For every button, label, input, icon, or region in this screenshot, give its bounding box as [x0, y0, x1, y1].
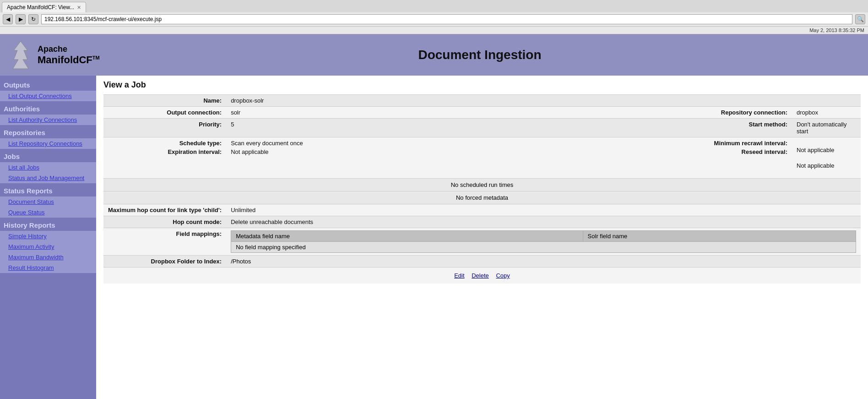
job-details-table: Name: dropbox-solr Output connection: so… [103, 94, 861, 267]
name-label: Name: [103, 95, 226, 107]
app-header: Apache ManifoldCFTM Document Ingestion [0, 34, 868, 76]
table-row-hop-count: Maximum hop count for link type 'child':… [103, 204, 861, 216]
field-mappings-col1-header: Metadata field name [231, 231, 583, 242]
dropbox-folder-label: Dropbox Folder to Index: [103, 256, 226, 268]
field-mappings-col2-header: Solr field name [583, 231, 856, 242]
browser-tab[interactable]: Apache ManifoldCF: View... ✕ [2, 2, 86, 12]
sidebar-title-jobs: Jobs [0, 149, 96, 162]
no-scheduled-run-times: No scheduled run times [103, 179, 861, 191]
sidebar-title-repositories: Repositories [0, 125, 96, 138]
start-method-value: Don't automatically start [792, 119, 861, 137]
field-mappings-no-mapping: No field mapping specified [231, 242, 856, 253]
sidebar-title-outputs: Outputs [0, 77, 96, 91]
sidebar-item-status-job-management[interactable]: Status and Job Management [0, 173, 96, 183]
priority-label: Priority: [103, 119, 226, 137]
table-row-connections: Output connection: solr Repository conne… [103, 107, 861, 119]
sidebar-section-outputs: Outputs List Output Connections [0, 77, 96, 101]
search-button[interactable]: 🔍 [855, 14, 865, 24]
tab-bar: Apache ManifoldCF: View... ✕ [0, 0, 868, 12]
sidebar-section-repositories: Repositories List Repository Connections [0, 125, 96, 149]
edit-link[interactable]: Edit [454, 272, 464, 279]
delete-link[interactable]: Delete [472, 272, 489, 279]
no-forced-metadata: No forced metadata [103, 191, 861, 204]
logo-area: Apache ManifoldCFTM [9, 39, 101, 71]
start-method-label: Start method: [673, 119, 792, 137]
sidebar-item-simple-history[interactable]: Simple History [0, 231, 96, 241]
sidebar-section-status-reports: Status Reports Document Status Queue Sta… [0, 183, 96, 218]
repository-connection-value: dropbox [792, 107, 861, 119]
page-title: View a Job [103, 80, 861, 90]
sidebar-item-list-authority-connections[interactable]: List Authority Connections [0, 115, 96, 125]
output-connection-value: solr [226, 107, 673, 119]
field-mappings-content: Metadata field name Solr field name No f… [226, 228, 861, 256]
hop-count-mode-label: Hop count mode: [103, 216, 226, 228]
sidebar-item-list-output-connections[interactable]: List Output Connections [0, 91, 96, 101]
table-row-priority: Priority: 5 Start method: Don't automati… [103, 119, 861, 137]
logo-text: Apache ManifoldCFTM [38, 44, 100, 66]
sidebar-item-result-histogram[interactable]: Result Histogram [0, 262, 96, 273]
sidebar-title-history-reports: History Reports [0, 218, 96, 231]
field-mappings-label: Field mappings: [103, 228, 226, 256]
back-button[interactable]: ◀ [3, 14, 13, 24]
reload-button[interactable]: ↻ [28, 14, 38, 24]
max-hop-count-value: Unlimited [226, 204, 861, 216]
sidebar-section-history-reports: History Reports Simple History Maximum A… [0, 218, 96, 273]
max-hop-count-label: Maximum hop count for link type 'child': [103, 204, 226, 216]
sidebar-title-status-reports: Status Reports [0, 183, 96, 197]
output-connection-label: Output connection: [103, 107, 226, 119]
address-bar[interactable] [41, 14, 852, 24]
sidebar-item-list-all-jobs[interactable]: List all Jobs [0, 162, 96, 173]
sidebar: Outputs List Output Connections Authorit… [0, 76, 96, 399]
tab-close-button[interactable]: ✕ [77, 5, 81, 11]
svg-marker-0 [13, 41, 28, 69]
forward-button[interactable]: ▶ [16, 14, 26, 24]
table-row-no-schedule: No scheduled run times [103, 179, 861, 191]
datetime: May 2, 2013 8:35:32 PM [0, 27, 868, 34]
app-title: Document Ingestion [101, 48, 859, 62]
sidebar-item-maximum-bandwidth[interactable]: Maximum Bandwidth [0, 252, 96, 262]
table-row-field-mappings: Field mappings: Metadata field name Solr… [103, 228, 861, 256]
recrawl-values: Not applicable Not applicable [792, 137, 861, 179]
field-mappings-table: Metadata field name Solr field name No f… [231, 230, 856, 253]
table-row-dropbox: Dropbox Folder to Index: /Photos [103, 256, 861, 268]
copy-link[interactable]: Copy [496, 272, 510, 279]
main-layout: Outputs List Output Connections Authorit… [0, 76, 868, 399]
tab-title: Apache ManifoldCF: View... [7, 4, 74, 11]
table-row-no-metadata: No forced metadata [103, 191, 861, 204]
table-row-hop-mode: Hop count mode: Delete unreachable docum… [103, 216, 861, 228]
logo-line2: ManifoldCFTM [38, 54, 100, 66]
sidebar-item-document-status[interactable]: Document Status [0, 197, 96, 207]
repository-connection-label: Repository connection: [673, 107, 792, 119]
sidebar-item-queue-status[interactable]: Queue Status [0, 207, 96, 218]
sidebar-item-list-repository-connections[interactable]: List Repository Connections [0, 138, 96, 149]
actions-row: Edit Delete Copy [103, 267, 861, 284]
table-row-schedule: Schedule type: Expiration interval: Scan… [103, 137, 861, 179]
schedule-type-label: Schedule type: Expiration interval: [103, 137, 226, 179]
app-logo-icon [9, 39, 32, 71]
priority-value: 5 [226, 119, 673, 137]
content-area: View a Job Name: dropbox-solr Output con… [96, 76, 868, 399]
nav-bar: ◀ ▶ ↻ 🔍 [0, 12, 868, 27]
browser-chrome: Apache ManifoldCF: View... ✕ ◀ ▶ ↻ 🔍 May… [0, 0, 868, 34]
dropbox-folder-value: /Photos [226, 256, 861, 268]
recrawl-labels: Minimum recrawl interval: Reseed interva… [673, 137, 792, 179]
hop-count-mode-value: Delete unreachable documents [226, 216, 861, 228]
schedule-values: Scan every document once Not applicable [226, 137, 673, 179]
sidebar-item-maximum-activity[interactable]: Maximum Activity [0, 241, 96, 252]
sidebar-section-jobs: Jobs List all Jobs Status and Job Manage… [0, 149, 96, 183]
name-value: dropbox-solr [226, 95, 861, 107]
sidebar-section-authorities: Authorities List Authority Connections [0, 101, 96, 125]
table-row-name: Name: dropbox-solr [103, 95, 861, 107]
sidebar-title-authorities: Authorities [0, 101, 96, 115]
